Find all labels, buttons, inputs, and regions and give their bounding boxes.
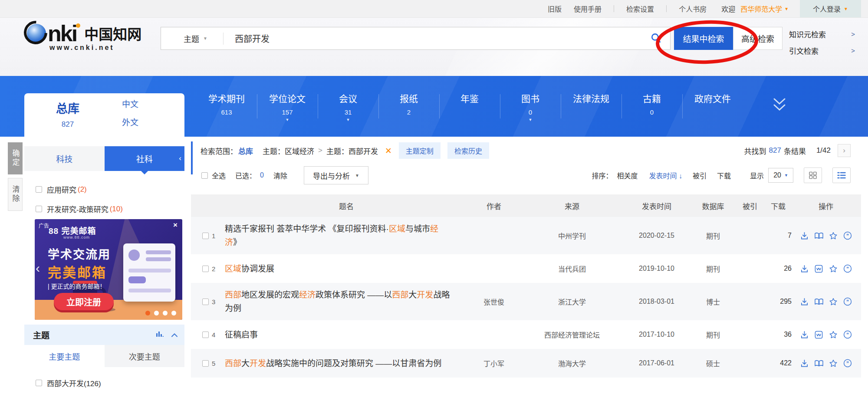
column-header-8[interactable]: 操作 [793,200,858,211]
result-author[interactable]: 张世俊 [468,296,520,307]
row-checkbox[interactable] [202,233,209,239]
result-title-link[interactable]: 西部地区发展的宏观经济政策体系研究 ——以西部大开发战略为例 [225,288,468,315]
tab-secondary-topic[interactable]: 次要主题 [105,345,185,367]
quote-icon[interactable]: ” [843,231,852,240]
lang-chinese-link[interactable]: 中文 [116,98,144,109]
result-source[interactable]: 中州学刊 [520,230,624,241]
sort-option-3[interactable]: 被引 [693,170,707,181]
column-header-4[interactable]: 发表时间 [624,200,689,211]
grid-view-button[interactable] [804,167,822,183]
crumb-2[interactable]: 主题：西部开发 [326,145,378,156]
star-icon[interactable] [829,330,838,339]
star-icon[interactable] [829,359,838,368]
institution-link[interactable]: 西华师范大学 ▼ [740,3,789,14]
column-header-5[interactable]: 数据库 [689,200,737,211]
html-icon[interactable] [815,264,823,273]
clear-selection-button[interactable]: 清除 [273,170,287,181]
download-icon[interactable] [800,330,809,339]
list-view-button[interactable] [832,167,851,183]
result-title-link[interactable]: 区域协调发展 [225,262,468,276]
collapse-sidebar-icon[interactable]: ‹ [179,154,181,163]
column-header-3[interactable]: 来源 [520,200,624,211]
star-icon[interactable] [829,231,838,240]
read-icon[interactable] [815,297,823,306]
download-icon[interactable] [800,231,809,240]
quote-icon[interactable]: ” [843,330,852,339]
row-checkbox[interactable] [202,360,209,367]
result-title-link[interactable]: 征稿启事 [225,328,468,341]
nav-tab-9[interactable]: 政府文件 [682,76,743,137]
tab-sheke[interactable]: 社科 ‹ [105,146,185,171]
quote-icon[interactable]: ” [843,297,852,306]
export-analyze-button[interactable]: 导出与分析 ▼ [304,166,368,184]
personal-login-button[interactable]: 个人登录 ▼ [800,0,861,17]
select-all-checkbox[interactable]: 全选 [201,170,226,181]
row-checkbox[interactable] [202,299,209,305]
quote-icon[interactable]: ” [843,264,852,273]
read-icon[interactable] [815,359,823,368]
page-size-select[interactable]: 20 ▼ [768,168,793,183]
checkbox-icon[interactable] [36,186,42,193]
nav-tab-5[interactable]: 年鉴 [439,76,500,137]
result-title-link[interactable]: 精选千家报刊 荟萃中华学术 《复印报刊资料·区域与城市经济》 [225,222,468,249]
column-header-2[interactable]: 作者 [468,200,520,211]
carousel-dot[interactable] [154,311,159,315]
sort-option-4[interactable]: 下载 [717,170,731,181]
topbar-link-4[interactable]: 个人书房 [679,3,707,14]
clear-filters-button[interactable]: 清除 [8,178,23,211]
checkbox-icon[interactable] [36,380,42,386]
read-icon[interactable] [815,231,823,240]
html-icon[interactable] [815,330,823,339]
result-source[interactable]: 当代兵团 [520,263,624,274]
confirm-button[interactable]: 确定 [8,142,23,174]
overall-db[interactable]: 总库 827 [39,99,96,129]
carousel-dot[interactable] [163,311,168,315]
tab-primary-topic[interactable]: 主要主题 [24,345,105,367]
nav-tab-7[interactable]: 法律法规 [561,76,621,137]
row-checkbox[interactable] [202,332,209,338]
cnki-logo[interactable]: nki 中国知网 www.cnki.net [27,23,141,52]
result-source[interactable]: 西部经济管理论坛 [520,329,624,340]
result-author[interactable]: 丁小军 [468,358,520,368]
filter-item[interactable]: 应用研究(2) [36,180,184,199]
result-title-link[interactable]: 西部大开发战略实施中的问题及对策研究 ——以甘肃省为例 [225,357,468,370]
star-icon[interactable] [829,264,838,273]
topic-more-link[interactable]: » [173,392,178,394]
topic-custom-button[interactable]: 主题定制 [399,142,441,159]
sort-option-2[interactable]: 发表时间 ↓ [649,170,682,181]
carousel-prev-icon[interactable]: ‹ [36,261,40,276]
result-source[interactable]: 浙江大学 [520,296,624,307]
column-header-7[interactable]: 下载 [763,200,793,211]
ad-banner[interactable]: 88.com 广告 88 完美邮箱 www.88.com 学术交流用 完美邮箱 … [35,219,182,320]
lang-foreign-link[interactable]: 外文 [116,116,144,128]
chevron-up-icon[interactable] [171,331,178,339]
advanced-search-button[interactable]: 高级检索 [733,27,783,50]
row-checkbox[interactable] [202,266,209,272]
column-header-1[interactable]: 题名 [225,200,468,211]
topic-item[interactable]: 西部大开发(126) [36,374,184,391]
knowledge-element-search-link[interactable]: 知识元检索 > [789,29,855,39]
nav-tab-1[interactable]: 学术期刊613 [196,76,257,137]
search-in-results-button[interactable]: 结果中检索 [674,27,733,50]
scope-value[interactable]: 总库 [238,145,253,156]
topbar-link-3[interactable]: 检索设置 [626,3,654,14]
nav-tab-6[interactable]: 图书0▼ [500,76,561,137]
tab-keji[interactable]: 科技 [24,146,105,171]
bar-chart-icon[interactable] [156,331,164,339]
nav-tab-3[interactable]: 会议31▼ [318,76,378,137]
filter-item[interactable]: 开发研究-政策研究(10) [36,199,184,219]
citation-search-link[interactable]: 引文检索 > [789,45,855,56]
checkbox-icon[interactable] [36,206,42,212]
column-header-6[interactable]: 被引 [737,200,763,211]
close-icon[interactable]: × [173,221,178,230]
remove-filter-icon[interactable]: ✕ [385,146,392,156]
nav-tab-8[interactable]: 古籍0 [621,76,682,137]
carousel-dot[interactable] [145,311,150,315]
star-icon[interactable] [829,297,838,306]
expand-more-icon[interactable] [770,98,789,114]
nav-tab-4[interactable]: 报纸2 [378,76,439,137]
download-icon[interactable] [800,359,809,368]
quote-icon[interactable]: ” [843,359,852,368]
search-history-button[interactable]: 检索历史 [447,142,489,159]
search-input[interactable] [224,33,641,44]
